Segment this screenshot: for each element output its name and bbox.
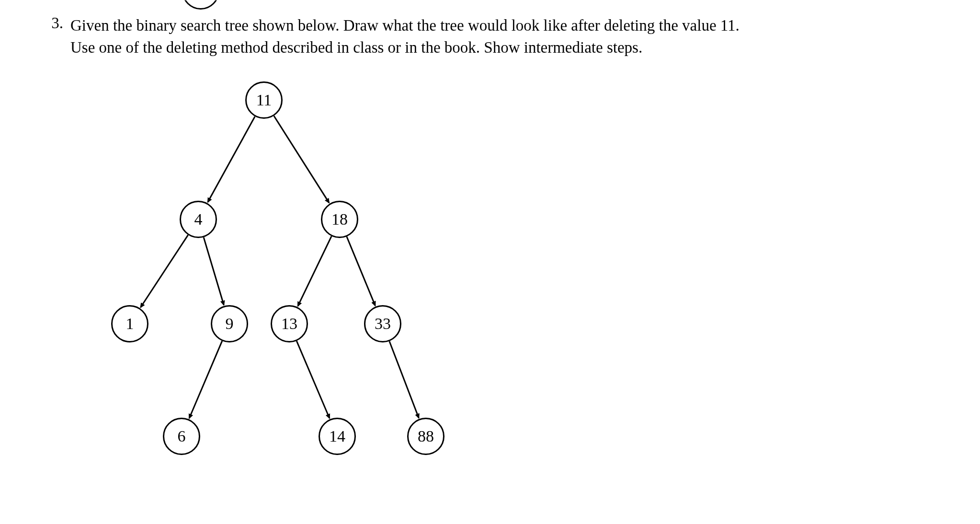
tree-edge	[296, 341, 330, 418]
tree-edge	[298, 237, 331, 307]
tree-node-33: 33	[364, 305, 401, 342]
tree-edge	[347, 237, 375, 306]
tree-node-1: 1	[111, 305, 148, 342]
tree-node-18: 18	[321, 201, 358, 238]
tree-edge	[140, 235, 188, 308]
tree-edges	[81, 68, 513, 451]
binary-search-tree-diagram: 1141819133361488	[81, 68, 513, 451]
tree-node-11: 11	[245, 81, 283, 119]
tree-node-14: 14	[319, 418, 356, 455]
question-number: 3.	[43, 14, 63, 32]
question-text: Given the binary search tree shown below…	[70, 14, 741, 58]
tree-node-4: 4	[180, 201, 217, 238]
tree-node-13: 13	[271, 305, 308, 342]
tree-edge	[274, 116, 329, 203]
question-container: 3. Given the binary search tree shown be…	[43, 14, 937, 58]
tree-node-88: 88	[407, 418, 444, 455]
tree-edge	[189, 341, 222, 418]
tree-edge	[204, 238, 224, 305]
partial-circle-top	[182, 0, 219, 10]
tree-edge	[208, 117, 255, 203]
tree-edge	[389, 342, 419, 418]
tree-node-9: 9	[211, 305, 248, 342]
tree-node-6: 6	[163, 418, 200, 455]
